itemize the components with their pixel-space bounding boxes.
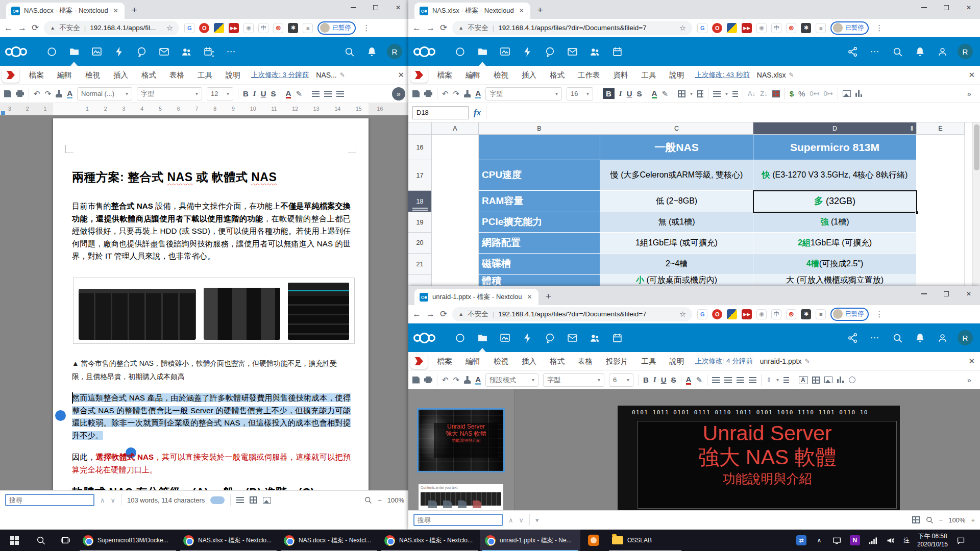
talk-icon[interactable] [538,323,561,352]
more-apps-icon[interactable]: ⋯ [864,323,886,352]
row-header-19[interactable]: 19 [408,212,432,233]
editor-close-icon[interactable]: ✕ [968,70,975,80]
browser-menu-icon[interactable]: ⋮ [873,310,885,319]
format-paintbrush-icon[interactable] [464,90,471,97]
del-decimal-icon[interactable]: 0↦ [823,90,832,97]
search-input[interactable] [413,514,503,526]
wrap-text-icon[interactable] [732,91,738,97]
maximize-button[interactable] [935,0,958,15]
menu-file[interactable]: 檔案 [431,357,459,366]
mail-icon[interactable] [153,37,175,66]
zoom-in-icon[interactable]: + [971,516,975,524]
print-icon[interactable] [16,90,24,97]
close-button[interactable]: ✕ [958,0,980,15]
menu-edit[interactable]: 編輯 [51,70,79,80]
taskbar-app-capture[interactable] [580,530,607,551]
insecure-label[interactable]: 不安全 [468,23,488,33]
conditional-format-icon[interactable] [772,90,780,97]
insert-image-icon[interactable] [843,90,851,97]
rename-pencil-icon[interactable]: ✎ [804,358,810,365]
formula-input[interactable] [486,106,976,119]
bullet-list-icon[interactable] [783,377,789,383]
bold-icon[interactable]: B [243,89,249,98]
indent-marker[interactable] [1,111,5,115]
italic-icon[interactable]: I [653,375,656,384]
font-name-dropdown[interactable]: 字型▾ [485,87,562,101]
paragraph-style-dropdown[interactable]: Normal (...)▾ [77,87,132,101]
menu-view[interactable]: 檢視 [79,70,107,80]
menu-data[interactable]: 資料 [607,70,635,80]
mail-icon[interactable] [561,37,583,66]
rename-pencil-icon[interactable]: ✎ [789,71,794,79]
font-color-icon[interactable]: A [652,89,657,98]
search-prev-icon[interactable]: ∧ [508,516,513,524]
menu-format[interactable]: 格式 [135,70,163,80]
more-apps-icon[interactable]: ⋯ [864,37,886,66]
notifications-bell-icon[interactable] [909,323,931,352]
reload-icon[interactable]: ⟳ [440,309,447,319]
slide-layout-icon[interactable] [458,500,467,508]
files-icon[interactable] [471,323,494,352]
fastforward-extension-icon[interactable]: ▶▶ [742,23,752,33]
blocker-extension-icon[interactable]: ⊗ [786,23,796,33]
font-color-icon[interactable]: A [686,375,692,385]
row-header-16[interactable]: 16 [408,135,432,160]
menu-tools[interactable]: 工具 [191,70,219,80]
print-icon[interactable] [424,377,432,383]
cell-reference-box[interactable]: D18 [412,106,469,119]
shield-extension-icon[interactable] [727,23,737,33]
cell-b21[interactable]: 磁碟槽 [479,254,600,275]
search-input[interactable] [5,494,94,506]
list-extension-icon[interactable]: ≡ [816,309,826,319]
contacts-icon[interactable] [583,323,606,352]
photos-icon[interactable] [494,323,516,352]
activity-icon[interactable] [516,37,538,66]
merge-cells-icon[interactable] [697,90,703,97]
volume-tray-icon[interactable] [886,535,896,545]
cell-d20[interactable]: 2組1GbE埠 (可擴充) [753,233,917,254]
user-avatar[interactable]: R [958,330,973,345]
cell-d16[interactable]: Supermicro 813M [753,135,917,160]
undo-icon[interactable]: ↶ [442,89,449,98]
translate-extension-icon[interactable]: G [184,23,194,33]
profile-pill[interactable]: 已暫停 [830,308,869,321]
cell-b19[interactable]: PCIe擴充能力 [479,212,600,233]
page-layout-icon[interactable] [250,496,257,504]
strikethrough-icon[interactable]: S [637,89,642,98]
vertical-scrollbar[interactable] [972,122,980,286]
slide-title-line2[interactable]: 強大 NAS 軟體 [638,445,896,469]
menu-help[interactable]: 說明 [663,357,691,366]
print-icon[interactable] [424,90,432,97]
slide-sorter-icon[interactable] [912,516,920,523]
cell-d19[interactable]: 強 (1槽) [753,212,917,233]
align-icon[interactable] [713,91,721,97]
redo-icon[interactable]: ↷ [45,89,52,98]
share-icon[interactable] [841,37,864,66]
notifications-bell-icon[interactable] [360,37,383,66]
nextcloud-logo[interactable] [413,46,435,57]
activity-icon[interactable] [516,323,538,352]
adblock-extension-icon[interactable]: O [712,309,722,319]
document-canvas[interactable]: 兩種方案: 整合式 NAS 或 軟體式 NAS 目前市售的整合式 NAS 設備，… [0,115,409,490]
translate-extension-icon[interactable]: G [697,23,707,33]
align-left-icon[interactable] [312,91,320,97]
cell-c17[interactable]: 慢 (大多Celeron或ARM等級, 雙核心) [600,160,753,191]
row-header-21[interactable]: 21 [408,254,432,275]
cell-c18[interactable]: 低 (2~8GB) [600,191,753,212]
mail-icon[interactable] [561,323,583,352]
hidden-icons-chevron[interactable]: ∧ [814,535,824,545]
menu-insert[interactable]: 插入 [107,70,135,80]
user-avatar[interactable]: R [387,44,402,59]
bold-icon[interactable]: B [643,375,649,384]
menu-file[interactable]: 檔案 [431,70,459,80]
search-icon[interactable] [338,37,360,66]
font-color-icon[interactable]: A [286,89,291,98]
row-header-22[interactable] [408,275,432,286]
slide-title-line3[interactable]: 功能說明與介紹 [638,469,896,489]
profile-pill[interactable]: 已暫停 [830,21,869,35]
network-tray-icon[interactable] [868,535,878,545]
user-avatar[interactable]: R [958,44,973,59]
align-left-icon[interactable] [712,377,720,383]
browser-menu-icon[interactable]: ⋮ [360,23,372,33]
reload-icon[interactable]: ⟳ [440,22,447,33]
